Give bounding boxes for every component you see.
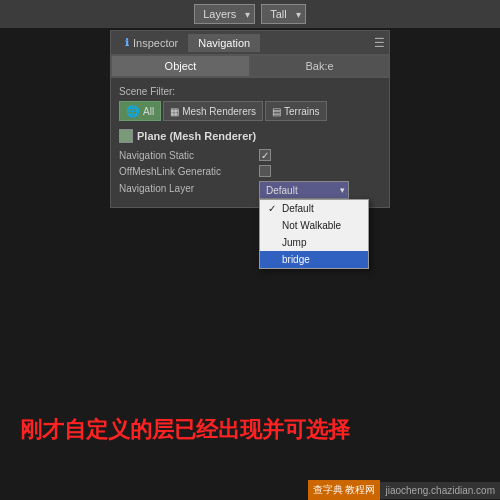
tall-dropdown[interactable]: Tall (261, 4, 306, 24)
globe-icon: 🌐 (126, 105, 140, 118)
all-filter-btn[interactable]: 🌐 All (119, 101, 161, 121)
tab-bar: ℹ Inspector Navigation ☰ (111, 31, 389, 55)
sub-tab-bar: Object Bak:e (111, 55, 389, 78)
checkmark-bridge (268, 254, 282, 265)
nav-layer-dropdown-menu: ✓ Default Not Walkable Jump (259, 199, 369, 269)
inspector-panel: ℹ Inspector Navigation ☰ Object Bak:e Sc… (110, 30, 390, 208)
terrains-filter-btn[interactable]: ▤ Terrains (265, 101, 327, 121)
nav-layer-select[interactable]: Default (259, 181, 349, 199)
tab-menu-icon[interactable]: ☰ (374, 36, 385, 50)
dropdown-item-default[interactable]: ✓ Default (260, 200, 368, 217)
nav-layer-label: Navigation Layer (119, 181, 259, 194)
dropdown-item-not-walkable[interactable]: Not Walkable (260, 217, 368, 234)
dropdown-item-bridge[interactable]: bridge (260, 251, 368, 268)
info-icon: ℹ (125, 37, 129, 48)
top-toolbar: Layers Tall (0, 0, 500, 28)
nav-layer-row: Navigation Layer Default ✓ Default Not W… (119, 181, 381, 199)
bake-sub-tab[interactable]: Bak:e (250, 55, 389, 77)
navigation-tab[interactable]: Navigation (188, 34, 260, 52)
watermark-url: jiaocheng.chazidian.com (380, 482, 500, 499)
offmeshlink-label: OffMeshLink Generatic (119, 166, 259, 177)
scene-filter-label: Scene Filter: (119, 86, 381, 97)
bottom-text-cn: 刚才自定义的层已经出现并可选择 (20, 417, 350, 442)
component-title: Plane (Mesh Renderer) (137, 130, 256, 142)
checkmark-jump (268, 237, 282, 248)
main-container: Layers Tall ℹ Inspector Navigation ☰ Obj… (0, 0, 500, 500)
watermark-brand: 查字典 教程网 (308, 480, 381, 500)
offmeshlink-row: OffMeshLink Generatic (119, 165, 381, 177)
checkmark-not-walkable (268, 220, 282, 231)
bottom-text: 刚才自定义的层已经出现并可选择 (20, 415, 480, 445)
dropdown-item-jump[interactable]: Jump (260, 234, 368, 251)
component-header: Plane (Mesh Renderer) (119, 129, 381, 143)
inspector-tab[interactable]: ℹ Inspector (115, 34, 188, 52)
watermark: 查字典 教程网 jiaocheng.chazidian.com (308, 480, 500, 500)
component-icon (119, 129, 133, 143)
filter-buttons: 🌐 All ▦ Mesh Renderers ▤ Terrains (119, 101, 381, 121)
panel-content: Scene Filter: 🌐 All ▦ Mesh Renderers ▤ T… (111, 78, 389, 207)
mesh-icon: ▦ (170, 106, 179, 117)
layers-dropdown[interactable]: Layers (194, 4, 255, 24)
nav-layer-dropdown-container: Default ✓ Default Not Walkable (259, 181, 349, 199)
nav-static-row: Navigation Static ✓ (119, 149, 381, 161)
offmeshlink-checkbox[interactable] (259, 165, 271, 177)
terrain-icon: ▤ (272, 106, 281, 117)
nav-static-checkbox[interactable]: ✓ (259, 149, 271, 161)
object-sub-tab[interactable]: Object (111, 55, 250, 77)
checkmark-default: ✓ (268, 203, 282, 214)
nav-static-label: Navigation Static (119, 150, 259, 161)
mesh-renderers-filter-btn[interactable]: ▦ Mesh Renderers (163, 101, 263, 121)
